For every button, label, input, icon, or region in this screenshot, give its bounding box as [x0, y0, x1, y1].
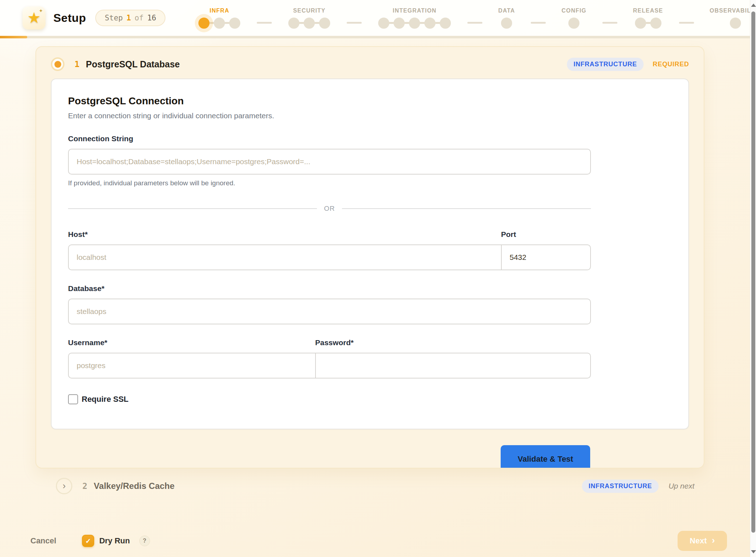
next-label: Next — [690, 536, 707, 546]
stepper-dots — [198, 18, 241, 29]
password-label: Password* — [315, 338, 591, 347]
stepper-group-label: INTEGRATION — [393, 8, 437, 14]
stepper-dots — [377, 18, 452, 29]
database-input[interactable] — [68, 299, 591, 324]
step-dot — [424, 18, 435, 29]
stepper-dots — [568, 18, 580, 29]
step1-header[interactable]: 1 PostgreSQL Database INFRASTRUCTURE REQ… — [51, 53, 689, 76]
host-input[interactable] — [68, 244, 501, 270]
stepper: INFRASECURITYINTEGRATIONDATACONFIGRELEAS… — [198, 8, 756, 29]
step-current: 1 — [126, 14, 131, 22]
step-dot — [568, 18, 579, 29]
form-heading: PostgreSQL Connection — [68, 95, 591, 107]
scroll-up-icon[interactable] — [751, 4, 756, 7]
help-icon[interactable]: ? — [139, 535, 150, 546]
check-icon: ✓ — [85, 537, 91, 545]
postgres-form-panel: PostgreSQL Connection Enter a connection… — [51, 78, 689, 429]
password-input[interactable] — [315, 353, 591, 379]
step1-radio-indicator[interactable] — [51, 57, 64, 71]
step-dot — [319, 18, 330, 29]
wizard-footer: Cancel ✓ Dry Run ? Next › — [0, 525, 750, 557]
step-dot — [394, 18, 405, 29]
dry-run-label: Dry Run — [99, 536, 130, 546]
vertical-scrollbar — [750, 0, 756, 557]
step1-number: 1 — [74, 59, 80, 69]
stepper-group-infra: INFRA — [198, 8, 241, 29]
sparkle-icon: ✦ — [39, 8, 43, 14]
stepper-group-security: SECURITY — [288, 8, 331, 29]
step2-number: 2 — [82, 481, 87, 491]
username-input[interactable] — [68, 353, 315, 379]
next-button[interactable]: Next › — [678, 531, 727, 551]
app-header: ★ ✦ Setup Step 1 of 16 INFRASECURITYINTE… — [0, 0, 756, 36]
validate-row: Validate & Test — [51, 445, 590, 468]
stepper-group-label: INFRA — [210, 8, 229, 14]
step-dot — [288, 18, 299, 29]
required-badge: REQUIRED — [653, 61, 689, 68]
step-dot — [409, 18, 420, 29]
port-input[interactable] — [501, 244, 591, 270]
step-dot — [304, 18, 315, 29]
stepper-group-release: RELEASE — [633, 8, 663, 29]
step2-title: Valkey/Redis Cache — [94, 481, 174, 491]
ssl-label: Require SSL — [82, 395, 129, 404]
stepper-dots — [729, 18, 742, 29]
stepper-separator — [257, 22, 272, 24]
divider-line — [342, 208, 591, 209]
step1-card: 1 PostgreSQL Database INFRASTRUCTURE REQ… — [35, 46, 704, 468]
chevron-right-icon: › — [712, 535, 715, 546]
step2-row[interactable]: › 2 Valkey/Redis Cache INFRASTRUCTURE Up… — [0, 478, 756, 494]
step2-expand-button[interactable]: › — [56, 478, 72, 494]
app-logo: ★ ✦ — [23, 6, 45, 29]
stepper-dots — [634, 18, 662, 29]
radio-dot-icon — [54, 61, 61, 68]
wizard-progress-track — [0, 36, 756, 38]
chevron-right-icon: › — [63, 481, 66, 490]
step1-title: PostgreSQL Database — [86, 59, 180, 70]
step-dot — [440, 18, 451, 29]
stepper-dots — [288, 18, 331, 29]
username-label: Username* — [68, 338, 315, 347]
step2-status: Up next — [669, 482, 694, 490]
stepper-group-label: RELEASE — [633, 8, 663, 14]
step-dot — [198, 18, 210, 29]
step2-badges: INFRASTRUCTURE Up next — [582, 480, 694, 493]
stepper-group-data: DATA — [498, 8, 515, 29]
connection-string-input[interactable] — [68, 149, 591, 175]
stepper-group-label: DATA — [498, 8, 515, 14]
stepper-group-integration: INTEGRATION — [377, 8, 452, 29]
dry-run-group: ✓ Dry Run ? — [82, 535, 150, 547]
stepper-group-config: CONFIG — [562, 8, 586, 29]
stepper-separator — [531, 22, 546, 24]
step-dot — [730, 18, 741, 29]
validate-test-button[interactable]: Validate & Test — [501, 445, 590, 468]
step-dot — [635, 18, 646, 29]
of-word: of — [135, 14, 144, 22]
stepper-separator — [679, 22, 694, 24]
step2-category-badge: INFRASTRUCTURE — [582, 480, 658, 493]
form-subtitle: Enter a connection string or individual … — [68, 111, 591, 120]
category-badge: INFRASTRUCTURE — [567, 58, 643, 71]
or-divider: OR — [68, 205, 591, 213]
step-progress-badge: Step 1 of 16 — [95, 10, 165, 26]
port-label: Port — [501, 230, 591, 239]
stepper-separator — [347, 22, 362, 24]
connection-string-hint: If provided, individual parameters below… — [68, 179, 591, 187]
scroll-down-icon[interactable] — [751, 550, 756, 553]
stepper-group-observability: OBSERVABILITY — [710, 8, 756, 29]
stepper-dots — [500, 18, 513, 29]
stepper-separator — [602, 22, 617, 24]
dry-run-checkbox[interactable]: ✓ — [82, 535, 94, 547]
step-total: 16 — [147, 14, 156, 22]
or-text: OR — [324, 205, 335, 213]
connection-string-label: Connection String — [68, 134, 591, 143]
step-dot — [501, 18, 512, 29]
divider-line — [68, 208, 317, 209]
scrollbar-thumb[interactable] — [751, 11, 755, 533]
step-dot — [229, 18, 240, 29]
app-window: ★ ✦ Setup Step 1 of 16 INFRASECURITYINTE… — [0, 0, 756, 494]
page-title: Setup — [53, 11, 86, 25]
step1-badges: INFRASTRUCTURE REQUIRED — [567, 58, 689, 71]
ssl-checkbox[interactable]: ✓ — [68, 394, 78, 404]
cancel-button[interactable]: Cancel — [30, 536, 56, 546]
